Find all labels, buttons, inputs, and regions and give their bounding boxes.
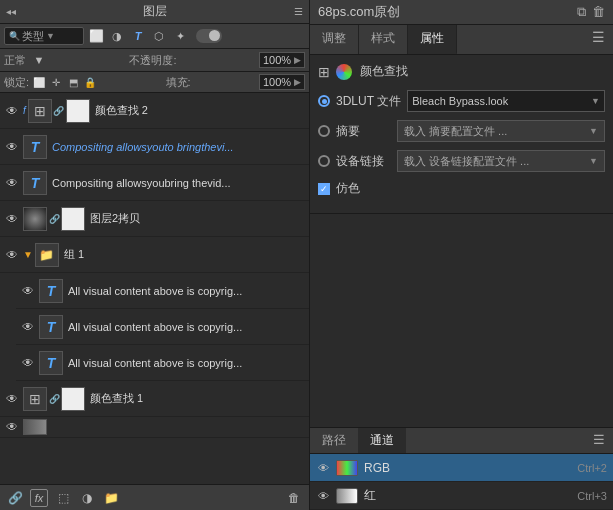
right-spacer [310,214,613,427]
layer-group-item[interactable]: 👁 ▼ 📁 组 1 [0,237,309,273]
layer-filter-type-icon[interactable]: T [129,27,147,45]
layer-item[interactable]: 👁 ⊞ 🔗 颜色查找 1 [0,381,309,417]
panel-title: 图层 [143,3,167,20]
layer-name: Compositing allowsyouto bringthevi... [52,141,305,153]
tab-paths[interactable]: 路径 [310,428,358,453]
channel-visibility[interactable]: 👁 [316,489,330,503]
layer-filter-shape-icon[interactable]: ⬡ [150,27,168,45]
layer-filter-pixel-icon[interactable]: ⬜ [87,27,105,45]
layer-item[interactable]: 👁 [0,417,309,438]
tab-properties[interactable]: 属性 [408,25,457,54]
layer-filter-toggle[interactable] [196,29,222,43]
layer-filter-smart-icon[interactable]: ✦ [171,27,189,45]
tab-style[interactable]: 样式 [359,25,408,54]
layer-thumbs: T [39,315,63,339]
visibility-toggle[interactable]: 👁 [4,103,20,119]
channels-area: 路径 通道 ☰ 👁 RGB Ctrl+2 👁 红 Ctrl+3 [310,427,613,510]
layer-name: 颜色查找 2 [95,103,305,118]
channels-menu-icon[interactable]: ☰ [585,428,613,453]
add-mask-button[interactable]: ⬚ [54,489,72,507]
group-arrow[interactable]: ▼ [23,249,33,260]
prop-label-abstract: 摘要 [336,123,391,140]
site-label: 68ps.com原创 [318,3,400,21]
channel-thumb-rgb [336,460,358,476]
lock-all-icon[interactable]: 🔒 [83,75,97,89]
layer-item[interactable]: 👁 T Compositing allowsyouto bringthevi..… [0,129,309,165]
layer-item[interactable]: 👁 T Compositing allowsyoubring thevid... [0,165,309,201]
prop-grid-icon: ⊞ [318,64,330,80]
layer-search-box[interactable]: 🔍 类型 ▼ [4,27,84,45]
radio-device[interactable] [318,155,330,167]
opacity-label: 不透明度: [129,53,176,68]
layer-thumb-grid: ⊞ [28,99,52,123]
visibility-toggle[interactable]: 👁 [4,139,20,155]
duplicate-icon[interactable]: ⧉ [577,4,586,20]
right-panel: 68ps.com原创 ⧉ 🗑 调整 样式 属性 ☰ ⊞ 颜色查找 3DLUT 文… [310,0,613,510]
lock-artboard-icon[interactable]: ⬒ [66,75,80,89]
right-top-bar: 68ps.com原创 ⧉ 🗑 [310,0,613,25]
layer-item[interactable]: 👁 T All visual content above is copyrig.… [16,309,309,345]
channel-shortcut-red: Ctrl+3 [577,490,607,502]
layer-thumb-text: T [23,135,47,159]
layer-thumbs: 🔗 [23,207,85,231]
visibility-toggle[interactable]: 👁 [4,391,20,407]
fill-arrow[interactable]: ▶ [294,77,301,87]
channel-visibility[interactable]: 👁 [316,461,330,475]
trash-icon[interactable]: 🗑 [592,4,605,20]
layer-name: All visual content above is copyrig... [68,321,305,333]
channel-name-rgb: RGB [364,461,571,475]
search-dropdown-arrow[interactable]: ▼ [46,31,55,41]
checkbox-dither[interactable]: ✓ [318,183,330,195]
visibility-toggle[interactable]: 👁 [20,319,36,335]
visibility-toggle[interactable]: 👁 [20,283,36,299]
blend-mode-arrow[interactable]: ▼ [31,52,47,68]
layer-thumb-image [23,207,47,231]
visibility-toggle[interactable]: 👁 [4,211,20,227]
lock-row: 锁定: ⬜ ✛ ⬒ 🔒 填充: 100% ▶ [0,72,309,93]
device-load-button[interactable]: 载入 设备链接配置文件 ... ▼ [397,150,605,172]
tab-channels[interactable]: 通道 [358,428,406,453]
tab-menu-icon[interactable]: ☰ [584,25,613,54]
layer-item[interactable]: 👁 T All visual content above is copyrig.… [16,273,309,309]
layer-thumb-mask [61,207,85,231]
channel-name-red: 红 [364,487,571,504]
lut-dropdown[interactable]: Bleach Bypass.look ▼ [407,90,605,112]
layer-item[interactable]: 👁 🔗 图层2拷贝 [0,201,309,237]
opacity-arrow[interactable]: ▶ [294,55,301,65]
layer-kind-label: 正常 [4,53,26,68]
new-group-button[interactable]: 📁 [102,489,120,507]
collapse-icon[interactable]: ◂◂ [6,6,16,17]
layer-filter-adj-icon[interactable]: ◑ [108,27,126,45]
visibility-toggle[interactable]: 👁 [4,175,20,191]
radio-3dlut[interactable] [318,95,330,107]
layer-item[interactable]: 👁 f ⊞ 🔗 颜色查找 2 [0,93,309,129]
add-adjustment-button[interactable]: ◑ [78,489,96,507]
lock-position-icon[interactable]: ✛ [49,75,63,89]
tab-adjust[interactable]: 调整 [310,25,359,54]
visibility-toggle[interactable]: 👁 [4,247,20,263]
prop-row-device: 设备链接 载入 设备链接配置文件 ... ▼ [318,150,605,172]
radio-abstract[interactable] [318,125,330,137]
link-layers-button[interactable]: 🔗 [6,489,24,507]
prop-color-wheel-icon [336,64,352,80]
abstract-load-button[interactable]: 载入 摘要配置文件 ... ▼ [397,120,605,142]
channel-item-rgb[interactable]: 👁 RGB Ctrl+2 [310,454,613,482]
layer-thumb-text: T [39,279,63,303]
delete-layer-button[interactable]: 🗑 [285,489,303,507]
lock-pixel-icon[interactable]: ⬜ [32,75,46,89]
layers-panel: ◂◂ 图层 ☰ 🔍 类型 ▼ ⬜ ◑ T ⬡ ✦ 正常 ▼ 不透明度: 100%… [0,0,310,510]
prop-label-3dlut: 3DLUT 文件 [336,93,401,110]
add-effect-button[interactable]: fx [30,489,48,507]
channel-item-red[interactable]: 👁 红 Ctrl+3 [310,482,613,510]
panel-menu-icon[interactable]: ☰ [294,6,303,17]
layer-thumb-text: T [23,171,47,195]
layer-fx-label: f [23,105,26,116]
device-btn-label: 载入 设备链接配置文件 ... [404,154,529,169]
opacity-field[interactable]: 100% ▶ [259,52,305,68]
channel-thumb-red [336,488,358,504]
layer-item[interactable]: 👁 T All visual content above is copyrig.… [16,345,309,381]
fill-field[interactable]: 100% ▶ [259,74,305,90]
visibility-toggle[interactable]: 👁 [20,355,36,371]
opacity-row: 正常 ▼ 不透明度: 100% ▶ [0,49,309,72]
visibility-toggle[interactable]: 👁 [4,419,20,435]
